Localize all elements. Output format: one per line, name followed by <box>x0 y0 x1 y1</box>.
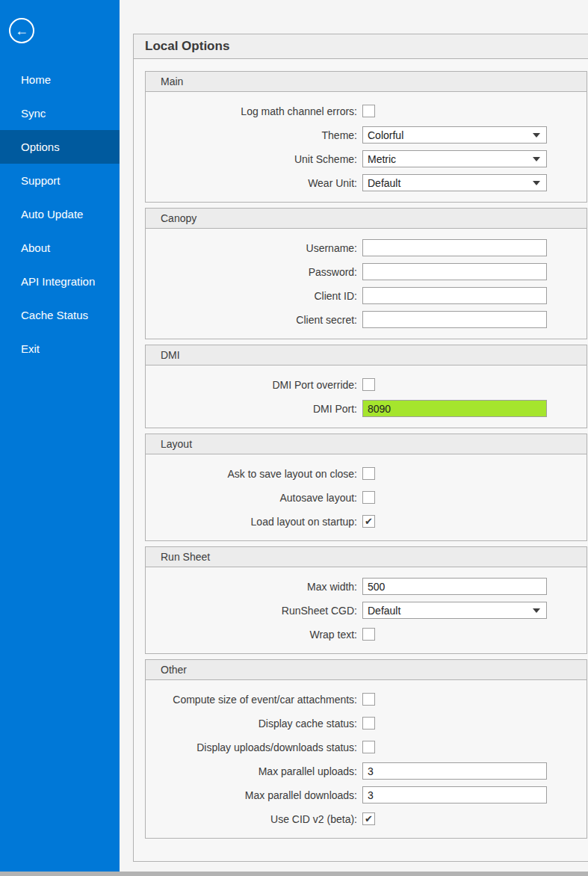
display-uploads-downloads-checkbox[interactable] <box>362 741 375 753</box>
client-id-field[interactable] <box>362 287 547 304</box>
field-label: Display cache status: <box>146 718 362 730</box>
local-options-group: Local Options Main Log math channel erro… <box>133 34 588 862</box>
chevron-down-icon <box>533 133 540 138</box>
form-row: Wrap text: <box>146 626 587 643</box>
form-row: Max width: <box>146 578 587 595</box>
sidebar-item-options[interactable]: Options <box>0 130 120 164</box>
section-title: DMI <box>146 345 587 365</box>
form-row: Max parallel uploads: <box>146 762 587 780</box>
back-arrow-icon: ← <box>15 23 28 38</box>
field-label: DMI Port: <box>146 403 362 415</box>
form-row: Client ID: <box>146 287 587 304</box>
section-title: Canopy <box>146 209 587 229</box>
section-title: Layout <box>146 434 587 454</box>
dmi-port-override-checkbox[interactable] <box>362 378 375 391</box>
field-label: RunSheet CGD: <box>146 605 362 617</box>
field-label: Ask to save layout on close: <box>146 468 362 480</box>
form-row: Use CID v2 (beta): <box>146 810 587 827</box>
sidebar-item-exit[interactable]: Exit <box>0 332 120 365</box>
use-cid-v2-checkbox[interactable] <box>362 812 375 825</box>
field-label: Client ID: <box>146 290 362 302</box>
horizontal-scrollbar[interactable] <box>0 872 588 876</box>
form-row: Wear Unit: Default <box>146 174 587 191</box>
theme-select[interactable]: Colorful <box>362 126 547 144</box>
compute-attachment-size-checkbox[interactable] <box>362 693 375 706</box>
field-label: Autosave layout: <box>146 492 362 504</box>
field-label: Theme: <box>146 129 362 141</box>
sidebar: ← Home Sync Options Support Auto Update … <box>0 0 120 872</box>
form-row: Ask to save layout on close: <box>146 465 587 482</box>
chevron-down-icon <box>533 181 540 185</box>
sidebar-item-support[interactable]: Support <box>0 164 120 197</box>
field-label: Max parallel downloads: <box>146 789 362 801</box>
section-run-sheet: Run Sheet Max width: RunSheet CGD: Defau… <box>145 546 587 654</box>
form-row: Unit Scheme: Metric <box>146 150 587 167</box>
runsheet-cgd-select[interactable]: Default <box>362 602 547 619</box>
sidebar-item-auto-update[interactable]: Auto Update <box>0 197 120 231</box>
field-label: Compute size of event/car attachments: <box>146 694 362 706</box>
form-row: Display uploads/downloads status: <box>146 738 587 756</box>
field-label: Load layout on startup: <box>146 516 362 528</box>
display-cache-status-checkbox[interactable] <box>362 717 375 730</box>
load-layout-on-startup-checkbox[interactable] <box>362 515 375 528</box>
section-title: Run Sheet <box>146 547 587 567</box>
field-label: DMI Port override: <box>146 379 362 391</box>
wear-unit-select[interactable]: Default <box>362 174 547 191</box>
sidebar-item-sync[interactable]: Sync <box>0 96 120 130</box>
selected-value: Default <box>368 605 400 617</box>
section-layout: Layout Ask to save layout on close: Auto… <box>145 434 587 541</box>
back-button[interactable]: ← <box>9 18 34 43</box>
selected-value: Default <box>368 177 400 189</box>
selected-value: Metric <box>368 153 396 165</box>
form-row: Autosave layout: <box>146 489 587 506</box>
section-title: Main <box>146 72 587 92</box>
section-other: Other Compute size of event/car attachme… <box>145 659 587 839</box>
chevron-down-icon <box>533 157 540 161</box>
sidebar-item-about[interactable]: About <box>0 231 120 265</box>
options-form: Main Log math channel errors: Theme: Col… <box>134 59 588 839</box>
form-row: Username: <box>146 239 587 256</box>
sidebar-nav: Home Sync Options Support Auto Update Ab… <box>0 63 120 365</box>
form-row: Display cache status: <box>146 715 587 732</box>
username-field[interactable] <box>362 239 547 256</box>
client-secret-field[interactable] <box>362 311 547 328</box>
selected-value: Colorful <box>368 129 403 141</box>
section-dmi: DMI DMI Port override: DMI Port: <box>145 345 587 428</box>
form-row: DMI Port override: <box>146 376 587 393</box>
field-label: Client secret: <box>146 314 362 326</box>
field-label: Use CID v2 (beta): <box>146 813 362 825</box>
field-label: Log math channel errors: <box>146 105 362 117</box>
wrap-text-checkbox[interactable] <box>362 628 375 641</box>
field-label: Unit Scheme: <box>146 153 362 165</box>
sidebar-item-api-integration[interactable]: API Integration <box>0 265 120 298</box>
chevron-down-icon <box>533 608 540 613</box>
field-label: Display uploads/downloads status: <box>146 741 362 753</box>
field-label: Max width: <box>146 581 362 593</box>
max-parallel-downloads-field[interactable] <box>362 786 547 803</box>
section-canopy: Canopy Username: Password: Client ID: Cl… <box>145 208 587 339</box>
unit-scheme-select[interactable]: Metric <box>362 150 547 167</box>
log-math-channel-errors-checkbox[interactable] <box>362 105 375 117</box>
field-label: Password: <box>146 266 362 278</box>
dmi-port-field[interactable] <box>362 400 547 417</box>
max-width-field[interactable] <box>362 578 547 595</box>
autosave-layout-checkbox[interactable] <box>362 491 375 504</box>
password-field[interactable] <box>362 263 547 280</box>
field-label: Wrap text: <box>146 629 362 641</box>
form-row: Log math channel errors: <box>146 102 587 120</box>
field-label: Wear Unit: <box>146 177 362 189</box>
form-row: Load layout on startup: <box>146 513 587 530</box>
field-label: Max parallel uploads: <box>146 765 362 777</box>
form-row: Password: <box>146 263 587 280</box>
form-row: Client secret: <box>146 311 587 328</box>
max-parallel-uploads-field[interactable] <box>362 762 547 780</box>
ask-save-layout-on-close-checkbox[interactable] <box>362 467 375 480</box>
section-title: Other <box>146 660 587 680</box>
field-label: Username: <box>146 242 362 254</box>
form-row: RunSheet CGD: Default <box>146 602 587 619</box>
section-main: Main Log math channel errors: Theme: Col… <box>145 71 587 203</box>
sidebar-item-home[interactable]: Home <box>0 63 120 96</box>
form-row: DMI Port: <box>146 400 587 417</box>
sidebar-item-cache-status[interactable]: Cache Status <box>0 298 120 332</box>
page-title: Local Options <box>134 34 588 59</box>
